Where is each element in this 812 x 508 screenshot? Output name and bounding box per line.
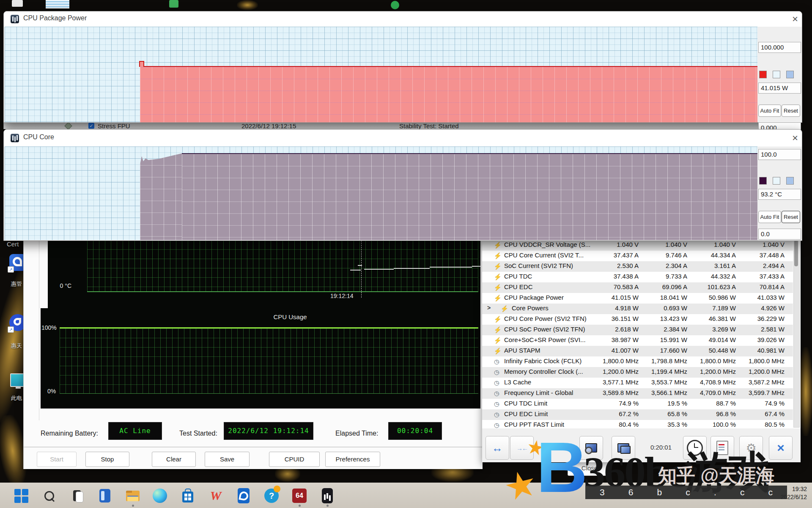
toolbar-clock-button[interactable] [683, 436, 707, 460]
window-title: CPU Core [23, 133, 54, 141]
sensor-value: 40.981 W [738, 347, 785, 354]
sensor-row[interactable]: ◷Frequency Limit - Global3,589.8 MHz3,56… [482, 388, 793, 399]
scale-min-field[interactable]: 0.0 [758, 229, 801, 240]
desktop-icon-label[interactable]: 惠天 [11, 342, 22, 350]
toolbar-close-button[interactable]: × [769, 436, 793, 460]
sensor-row[interactable]: ⚡CPU Core Power (SVI2 TFN)36.151 W13.423… [482, 314, 793, 325]
taskbar-widgets-button[interactable] [96, 487, 113, 504]
background-color-swatch[interactable] [773, 71, 780, 78]
temperature-graph: 0 °C 19:12:14 [48, 238, 480, 308]
desktop-icon-label[interactable]: 惠管 [11, 280, 22, 288]
status-led-value: AC Line [108, 422, 162, 440]
sensor-row[interactable]: ⚡SoC Current (SVI2 TFN)2.530 A2.304 A3.1… [482, 261, 793, 272]
toolbar-gear-button[interactable]: ⚙ [739, 436, 763, 460]
toolbar-report-button[interactable] [710, 436, 734, 460]
monitor-stand-icon [16, 386, 21, 389]
scrollbar-thumb[interactable] [794, 240, 798, 266]
sensor-row[interactable]: ⚡CPU EDC70.583 A69.096 A101.623 A70.814 … [482, 282, 793, 293]
sensor-value: 3,553.7 MHz [641, 378, 687, 386]
sensor-row[interactable]: ◷CPU EDC Limit67.2 %65.8 %96.8 %67.4 % [482, 409, 793, 420]
occt-clear-button[interactable]: Clear [152, 452, 196, 467]
occt-close-button[interactable]: Close [568, 461, 612, 476]
sensor-value: 37.448 A [738, 251, 785, 259]
sensor-value: 9.733 A [641, 273, 687, 280]
bolt-icon: ⚡ [494, 336, 502, 345]
sensor-row[interactable]: ◷CPU PPT FAST Limit80.4 %35.3 %100.0 %80… [482, 420, 793, 429]
taskbar-search-button[interactable] [41, 487, 58, 504]
bolt-icon: ⚡ [494, 262, 502, 271]
window-titlebar[interactable]: CPU Core × [4, 130, 802, 146]
toolbar-h-arrows-button[interactable]: ↔ [486, 436, 509, 460]
sensor-scrollbar[interactable] [793, 239, 800, 428]
stress-log-row[interactable]: ✓ Stress FPU 2022/6/12 19:12:15 Stabilit… [3, 122, 801, 129]
scale-max-field[interactable]: 100.0 [758, 149, 801, 160]
taskbar-start-button[interactable] [13, 487, 30, 504]
sensor-row[interactable]: ⚡CPU TDC37.438 A9.733 A44.332 A37.433 A [482, 272, 793, 282]
sensor-row[interactable]: ◷L3 Cache3,577.1 MHz3,553.7 MHz4,708.9 M… [482, 378, 793, 388]
desktop-icon-label[interactable]: Cert [7, 240, 19, 248]
graph-side-panel: 100.0 93.2 °C Auto Fit Reset 0.0 [757, 146, 801, 240]
taskbar-hp-button[interactable] [235, 487, 252, 504]
taskbar-wps-button[interactable]: W [207, 487, 224, 504]
taskbar-help-button[interactable]: ? [263, 487, 280, 504]
expander-icon[interactable]: > [487, 304, 491, 311]
sensor-row[interactable]: ⚡APU STAPM41.007 W17.660 W50.448 W40.981… [482, 346, 793, 356]
occt-preferences-button[interactable]: Preferences [325, 452, 380, 467]
taskbar-aida64-button[interactable]: 64 [291, 487, 308, 504]
reset-button[interactable]: Reset [782, 105, 800, 117]
auto-fit-button[interactable]: Auto Fit [758, 211, 781, 223]
series-color-swatch[interactable] [759, 71, 767, 78]
scale-color-swatch[interactable] [786, 177, 794, 185]
usage-grid [60, 327, 478, 394]
clock-icon: ◷ [494, 421, 502, 429]
close-icon[interactable]: × [789, 133, 801, 144]
window-titlebar[interactable]: CPU Package Power × [4, 11, 802, 27]
sensor-row[interactable]: ◷Infinity Fabric Clock (FCLK)1,800.0 MHz… [482, 356, 793, 367]
taskbar-photos-button[interactable] [69, 487, 85, 504]
background-color-swatch[interactable] [773, 177, 780, 185]
sensor-value: 19.5 % [641, 400, 687, 407]
sensor-row[interactable]: ⚡Core+SoC+SR Power (SVI...38.987 W15.991… [482, 335, 793, 346]
occt-save-button[interactable]: Save [205, 452, 250, 467]
current-value-field[interactable]: 41.015 W [758, 83, 801, 94]
running-indicator-dot [299, 505, 301, 507]
taskbar-explorer-button[interactable] [124, 487, 141, 504]
sensor-row[interactable]: ⚡CPU VDDCR_SR Voltage (S...1.040 V1.040 … [482, 240, 793, 251]
occt-stop-button[interactable]: Stop [85, 452, 129, 467]
close-icon[interactable]: × [789, 14, 801, 25]
occt-cpuid-button[interactable]: CPUID [269, 452, 320, 467]
reset-button[interactable]: Reset [782, 211, 800, 223]
toolbar-collapse-button[interactable]: →← [510, 436, 534, 460]
scale-max-field[interactable]: 100.000 [758, 42, 801, 53]
sensor-value: 1,798.8 MHz [641, 357, 687, 364]
sensor-row[interactable]: ⚡CPU Package Power41.015 W18.041 W50.986… [482, 293, 793, 304]
sensor-value: 2.384 W [641, 326, 687, 333]
desktop-icon-label[interactable]: 此电 [11, 395, 22, 402]
sensor-row[interactable]: ◷Memory Controller Clock (...1,200.0 MHz… [482, 367, 793, 378]
help-app-icon: ? [264, 489, 279, 503]
sensor-label: Core Powers [512, 304, 598, 312]
auto-fit-button[interactable]: Auto Fit [758, 105, 781, 117]
taskbar-edge-button[interactable] [151, 487, 168, 504]
series-color-swatch[interactable] [759, 177, 767, 185]
taskbar-hwinfo-button[interactable] [319, 487, 336, 504]
sensor-row[interactable]: >⚡Core Powers4.918 W0.693 W7.189 W4.926 … [482, 304, 793, 314]
toolbar-screen-zoom-button[interactable] [579, 436, 603, 460]
sensor-row[interactable]: ⚡CPU Core Current (SVI2 T...37.437 A9.74… [482, 251, 793, 261]
taskbar-clock[interactable]: 19:32 2022/6/12 [761, 485, 807, 501]
stress-checkbox[interactable]: ✓ [88, 123, 94, 129]
toolbar-screens-button[interactable] [612, 436, 635, 460]
taskbar-store-button[interactable] [179, 487, 196, 504]
sensor-label: Core+SoC+SR Power (SVI... [504, 336, 591, 343]
occt-start-button[interactable]: Start [37, 452, 77, 467]
sensor-label: CPU PPT FAST Limit [504, 421, 591, 428]
sensor-row[interactable]: ◷CPU TDC Limit74.9 %19.5 %88.7 %74.9 % [482, 399, 793, 409]
current-value-field[interactable]: 93.2 °C [758, 189, 801, 200]
graph-side-panel: 100.000 41.015 W Auto Fit Reset 0.000 [757, 27, 801, 122]
sensor-label: CPU Core Current (SVI2 T... [504, 251, 591, 259]
cpu-usage-graph: CPU Usage 100% 0% [41, 308, 480, 409]
tray-date: 2022/6/12 [761, 493, 807, 501]
wallpaper-gold-streak [237, 0, 258, 10]
sensor-row[interactable]: ⚡CPU SoC Power (SVI2 TFN)2.618 W2.384 W3… [482, 325, 793, 335]
scale-color-swatch[interactable] [786, 71, 794, 78]
